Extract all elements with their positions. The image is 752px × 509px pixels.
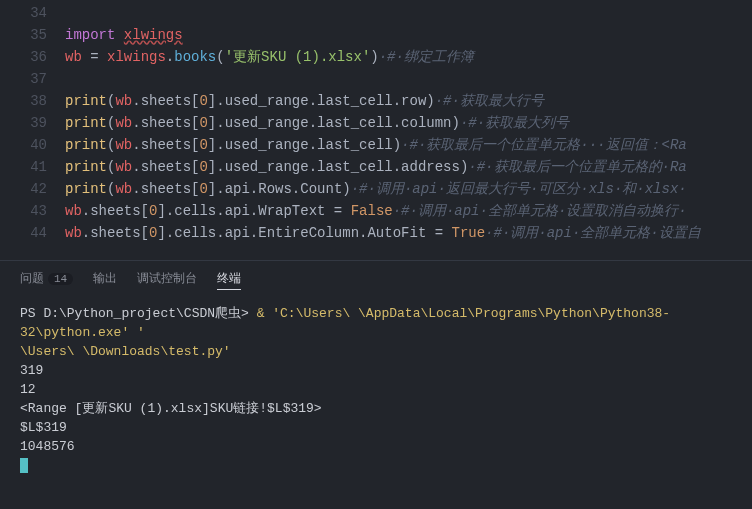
- line-number: 40: [0, 134, 65, 156]
- panel-tab-label: 问题: [20, 270, 44, 287]
- terminal-line: <Range [更新SKU (1).xlsx]SKU链接!$L$319>: [20, 399, 732, 418]
- panel-tab-label: 调试控制台: [137, 270, 197, 287]
- panel-tab-1[interactable]: 输出: [93, 267, 117, 290]
- code-content[interactable]: print(wb.sheets[0].used_range.last_cell.…: [65, 90, 752, 112]
- code-content[interactable]: import xlwings: [65, 24, 752, 46]
- terminal-prompt: PS D:\Python_project\CSDN爬虫>: [20, 306, 257, 321]
- line-number: 42: [0, 178, 65, 200]
- panel-tab-badge: 14: [48, 273, 73, 285]
- code-content[interactable]: wb.sheets[0].cells.api.WrapText = False·…: [65, 200, 752, 222]
- panel-tab-0[interactable]: 问题14: [20, 267, 73, 290]
- terminal-line: $L$319: [20, 418, 732, 437]
- line-number: 41: [0, 156, 65, 178]
- panel-tab-label: 终端: [217, 270, 241, 287]
- code-content[interactable]: print(wb.sheets[0].used_range.last_cell.…: [65, 156, 752, 178]
- line-number: 35: [0, 24, 65, 46]
- terminal-line: 12: [20, 380, 732, 399]
- code-line[interactable]: 37: [0, 68, 752, 90]
- code-content[interactable]: print(wb.sheets[0].used_range.last_cell)…: [65, 134, 752, 156]
- code-line[interactable]: 34: [0, 2, 752, 24]
- code-line[interactable]: 40print(wb.sheets[0].used_range.last_cel…: [0, 134, 752, 156]
- code-line[interactable]: 43wb.sheets[0].cells.api.WrapText = Fals…: [0, 200, 752, 222]
- code-content[interactable]: [65, 68, 752, 90]
- line-number: 39: [0, 112, 65, 134]
- code-content[interactable]: [65, 2, 752, 24]
- code-line[interactable]: 35import xlwings: [0, 24, 752, 46]
- code-content[interactable]: print(wb.sheets[0].used_range.last_cell.…: [65, 112, 752, 134]
- panel-tab-2[interactable]: 调试控制台: [137, 267, 197, 290]
- code-content[interactable]: wb = xlwings.books('更新SKU (1).xlsx')·#·绑…: [65, 46, 752, 68]
- terminal-command: \Users\ \Downloads\test.py': [20, 344, 231, 359]
- line-number: 38: [0, 90, 65, 112]
- panel-tab-3[interactable]: 终端: [217, 267, 241, 290]
- code-line[interactable]: 39print(wb.sheets[0].used_range.last_cel…: [0, 112, 752, 134]
- code-line[interactable]: 38print(wb.sheets[0].used_range.last_cel…: [0, 90, 752, 112]
- terminal-line: 1048576: [20, 437, 732, 456]
- code-line[interactable]: 42print(wb.sheets[0].api.Rows.Count)·#·调…: [0, 178, 752, 200]
- code-content[interactable]: wb.sheets[0].cells.api.EntireColumn.Auto…: [65, 222, 752, 244]
- panel-tabs: 问题14输出调试控制台终端: [0, 260, 752, 290]
- code-line[interactable]: 36wb = xlwings.books('更新SKU (1).xlsx')·#…: [0, 46, 752, 68]
- panel-tab-label: 输出: [93, 270, 117, 287]
- line-number: 34: [0, 2, 65, 24]
- line-number: 36: [0, 46, 65, 68]
- code-content[interactable]: print(wb.sheets[0].api.Rows.Count)·#·调用·…: [65, 178, 752, 200]
- line-number: 44: [0, 222, 65, 244]
- code-line[interactable]: 41print(wb.sheets[0].used_range.last_cel…: [0, 156, 752, 178]
- code-editor[interactable]: 3435import xlwings36wb = xlwings.books('…: [0, 0, 752, 260]
- terminal-line: 319: [20, 361, 732, 380]
- line-number: 43: [0, 200, 65, 222]
- code-line[interactable]: 44wb.sheets[0].cells.api.EntireColumn.Au…: [0, 222, 752, 244]
- terminal-cursor: [20, 458, 28, 473]
- terminal-output[interactable]: PS D:\Python_project\CSDN爬虫> & 'C:\Users…: [0, 290, 752, 483]
- line-number: 37: [0, 68, 65, 90]
